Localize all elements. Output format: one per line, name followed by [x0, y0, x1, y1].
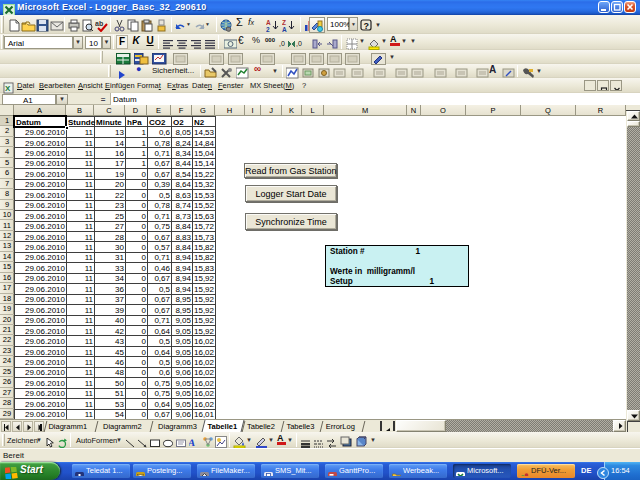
svg-text:A: A	[189, 437, 197, 448]
svg-text:X: X	[5, 84, 11, 93]
svg-text:ab: ab	[95, 20, 103, 27]
svg-text:,0: ,0	[279, 40, 285, 47]
svg-text:?: ?	[364, 21, 370, 31]
svg-text:,0: ,0	[296, 40, 302, 47]
svg-text:2: 2	[266, 26, 270, 33]
svg-text:A: A	[282, 26, 287, 33]
